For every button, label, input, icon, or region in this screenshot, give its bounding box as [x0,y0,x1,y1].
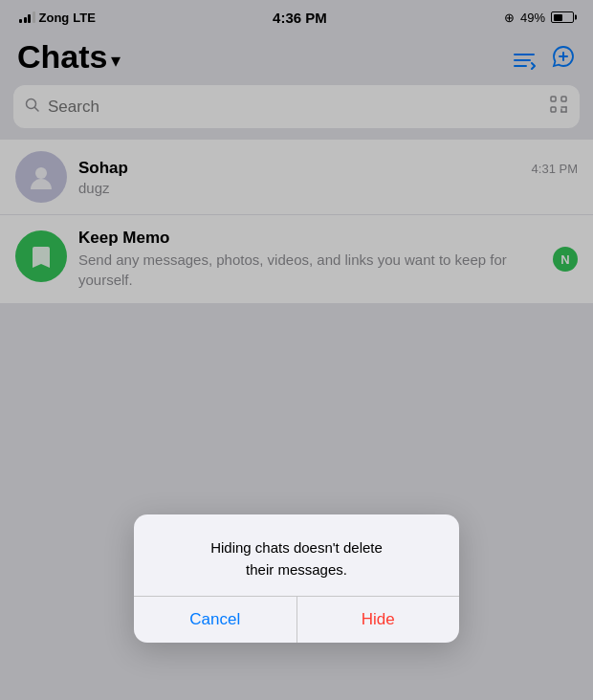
alert-buttons: Cancel Hide [134,596,459,643]
hide-button[interactable]: Hide [297,597,460,643]
cancel-button[interactable]: Cancel [134,597,297,643]
alert-body: Hiding chats doesn't deletetheir message… [134,514,459,596]
overlay: Hiding chats doesn't deletetheir message… [0,0,593,700]
alert-dialog: Hiding chats doesn't deletetheir message… [134,514,459,643]
alert-message: Hiding chats doesn't deletetheir message… [153,537,440,580]
